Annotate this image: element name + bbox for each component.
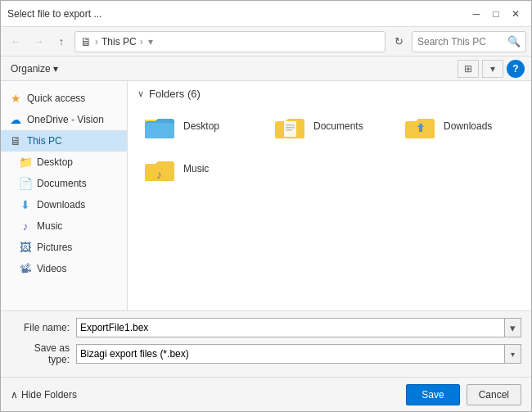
section-chevron-icon: ∨ (138, 88, 144, 99)
savetype-select[interactable]: Bizagi export files (*.bex) (77, 345, 504, 363)
sidebar-item-pictures-label: Pictures (37, 242, 72, 253)
footer: ∧ Hide Folders Save Cancel (1, 377, 531, 411)
search-icon: 🔍 (507, 35, 521, 48)
quick-access-icon: ★ (9, 92, 22, 105)
folder-icon-desktop (144, 113, 177, 139)
sidebar-item-quick-access[interactable]: ★ Quick access (1, 88, 127, 109)
file-dialog: Select file to export ... ─ □ ✕ ← → ↑ 🖥 … (0, 0, 532, 412)
help-button[interactable]: ? (507, 60, 525, 78)
downloads-icon: ⬇ (19, 198, 32, 211)
videos-icon: 📽 (19, 262, 32, 275)
organize-chevron-icon: ▾ (53, 63, 58, 75)
folder-icon-downloads (404, 113, 437, 139)
folder-label-downloads: Downloads (444, 120, 492, 132)
organize-label: Organize (11, 63, 51, 75)
filename-input[interactable] (77, 319, 504, 337)
view-icon: ⊞ (464, 63, 472, 75)
toolbar-right: ⊞ ▾ ? (458, 60, 525, 78)
nav-bar: ← → ↑ 🖥 › This PC › ▾ ↻ 🔍 (1, 27, 531, 57)
sidebar-item-quick-access-label: Quick access (27, 93, 85, 104)
window-controls: ─ □ ✕ (467, 5, 525, 23)
minimize-button[interactable]: ─ (467, 5, 485, 23)
file-area: ∨ Folders (6) (128, 81, 531, 310)
save-button[interactable]: Save (406, 384, 459, 405)
filename-row: File name: ▾ (11, 318, 521, 337)
folder-label-documents: Documents (313, 120, 363, 132)
cancel-button[interactable]: Cancel (467, 384, 521, 405)
view-button[interactable]: ⊞ (458, 60, 479, 78)
sidebar-item-thispc-label: This PC (27, 135, 62, 147)
back-button[interactable]: ← (6, 32, 25, 52)
breadcrumb-separator: › (95, 36, 98, 48)
filename-dropdown-btn[interactable]: ▾ (504, 319, 521, 337)
savetype-label: Save as type: (11, 342, 76, 365)
onedrive-icon: ☁ (9, 113, 22, 126)
documents-icon: 📄 (19, 177, 32, 190)
sidebar-item-desktop-label: Desktop (37, 156, 73, 168)
sidebar-item-videos[interactable]: 📽 Videos (1, 258, 127, 279)
savetype-chevron-icon: ▾ (504, 345, 521, 363)
breadcrumb-separator2: › (140, 36, 143, 48)
main-content: ★ Quick access ☁ OneDrive - Vision 🖥 Thi… (1, 81, 531, 310)
svg-text:♪: ♪ (156, 168, 162, 181)
sidebar-item-documents[interactable]: 📄 Documents (1, 173, 127, 194)
search-input[interactable] (417, 36, 504, 48)
folder-label-desktop: Desktop (183, 120, 219, 132)
folder-grid: Desktop (138, 108, 521, 187)
folder-item-downloads[interactable]: Downloads (398, 108, 521, 144)
breadcrumb-location: This PC (101, 36, 137, 48)
search-bar: 🔍 (412, 31, 526, 52)
forward-button[interactable]: → (29, 32, 48, 52)
sidebar-item-downloads-label: Downloads (37, 199, 85, 211)
sidebar-item-this-pc[interactable]: 🖥 This PC (1, 130, 127, 152)
breadcrumb-pc-icon: 🖥 (80, 35, 92, 48)
pictures-icon: 🖼 (19, 241, 32, 254)
close-button[interactable]: ✕ (507, 5, 525, 23)
folder-label-music: Music (183, 163, 209, 174)
sidebar-item-desktop[interactable]: 📁 Desktop (1, 152, 127, 173)
breadcrumb-bar[interactable]: 🖥 › This PC › ▾ (74, 31, 385, 52)
footer-buttons: Save Cancel (406, 384, 521, 405)
title-bar: Select file to export ... ─ □ ✕ (1, 1, 531, 27)
section-header: ∨ Folders (6) (138, 88, 521, 100)
hide-folders-icon: ∧ (11, 389, 18, 401)
up-button[interactable]: ↑ (52, 32, 71, 52)
sidebar-item-documents-label: Documents (37, 178, 87, 189)
filename-field: ▾ (76, 318, 521, 337)
svg-rect-4 (284, 121, 296, 137)
desktop-icon: 📁 (19, 156, 32, 169)
sidebar-item-onedrive-label: OneDrive - Vision (27, 114, 104, 125)
folder-item-desktop[interactable]: Desktop (138, 108, 261, 144)
thispc-icon: 🖥 (9, 134, 22, 147)
hide-folders-label: Hide Folders (21, 389, 77, 401)
savetype-row: Save as type: Bizagi export files (*.bex… (11, 342, 521, 365)
dialog-title: Select file to export ... (7, 8, 101, 20)
sidebar-item-music-label: Music (37, 220, 62, 232)
section-label: Folders (6) (149, 88, 201, 100)
help-icon: ? (512, 63, 518, 75)
bottom-section: File name: ▾ Save as type: Bizagi export… (1, 310, 531, 377)
view-chevron-button[interactable]: ▾ (482, 60, 503, 78)
sidebar-item-onedrive[interactable]: ☁ OneDrive - Vision (1, 109, 127, 130)
toolbar: Organize ▾ ⊞ ▾ ? (1, 57, 531, 81)
savetype-field: Bizagi export files (*.bex) ▾ (76, 344, 521, 364)
sidebar-item-videos-label: Videos (37, 263, 66, 274)
sidebar-item-music[interactable]: ♪ Music (1, 215, 127, 237)
folder-item-documents[interactable]: Documents (268, 108, 391, 144)
svg-rect-7 (286, 129, 292, 131)
music-icon: ♪ (19, 220, 32, 233)
folder-icon-documents (274, 113, 307, 139)
view-chevron-icon: ▾ (490, 63, 495, 75)
maximize-button[interactable]: □ (487, 5, 505, 23)
folder-icon-music: ♪ (144, 156, 177, 182)
sidebar: ★ Quick access ☁ OneDrive - Vision 🖥 Thi… (1, 81, 128, 310)
organize-button[interactable]: Organize ▾ (7, 61, 61, 76)
sidebar-item-pictures[interactable]: 🖼 Pictures (1, 237, 127, 258)
refresh-button[interactable]: ↻ (389, 32, 408, 52)
svg-rect-5 (286, 125, 295, 126)
folder-item-music[interactable]: ♪ Music (138, 151, 261, 187)
breadcrumb-expand-icon: ▾ (148, 36, 153, 48)
hide-folders-button[interactable]: ∧ Hide Folders (11, 389, 77, 401)
filename-label: File name: (11, 322, 76, 333)
sidebar-item-downloads[interactable]: ⬇ Downloads (1, 194, 127, 215)
